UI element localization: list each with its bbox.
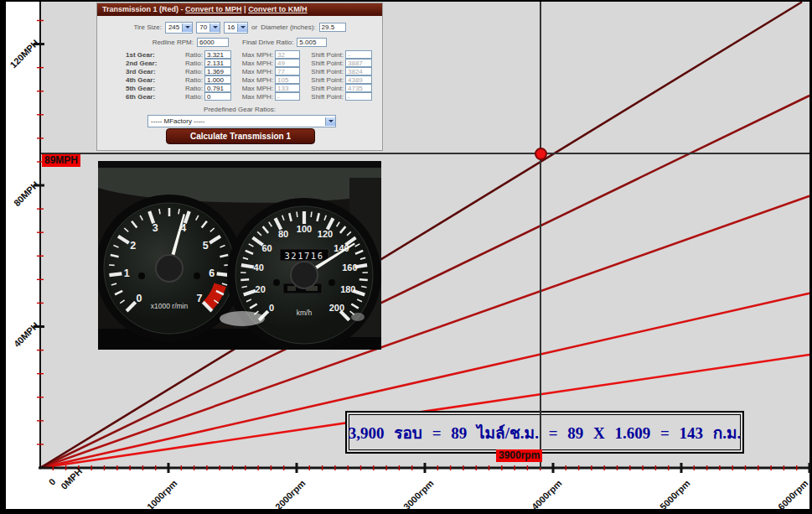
tire-aspect-value: 70 [197,23,209,31]
gear2-shift-input[interactable] [345,59,372,67]
svg-text:3: 3 [153,222,158,234]
odometer-value: 321716 [285,251,324,261]
transmission-form-panel: Transmission 1 (Red) - Convert to MPH | … [96,3,383,151]
gear-row-4: 4th Gear: Ratio: Max MPH: Shift Point: [106,75,375,84]
tire-size-label: Tire Size: [133,23,162,31]
svg-text:6: 6 [209,267,215,279]
glare-reflection [351,313,365,321]
needle-hub [291,262,318,288]
gear-row-1: 1st Gear: Ratio: Max MPH: Shift Point: [106,50,375,59]
gear6-ratio-input[interactable] [204,92,231,101]
gear3-shift-input[interactable] [345,67,372,75]
panel-title: Transmission 1 (Red) [102,5,178,13]
svg-text:120: 120 [318,229,333,239]
gear6-shift-input[interactable] [345,92,372,101]
gear1-shift-input[interactable] [345,50,372,59]
tachometer: 01234567x1000 r/min [100,199,239,338]
svg-text:80: 80 [278,229,288,239]
svg-text:2: 2 [130,240,136,252]
gear2-maxmph-input[interactable] [275,59,300,67]
gear1-maxmph-input[interactable] [275,50,300,59]
svg-text:0: 0 [269,303,274,313]
shift-label: Shift Point: [305,60,344,67]
final-drive-input[interactable] [297,38,327,47]
gear5-ratio-input[interactable] [204,84,231,92]
maxmph-label: Max MPH: [236,76,273,84]
svg-text:1: 1 [124,267,130,279]
ratio-label: Ratio: [181,76,203,84]
gear-row-5: 5th Gear: Ratio: Max MPH: Shift Point: [106,84,375,92]
svg-text:200: 200 [329,303,344,313]
annotation-text: 3,900 รอบ = 89 ไมล์/ช.ม. = 89 X 1.609 = … [349,420,742,445]
speedometer: 020406080100120140160180200321716km/h [231,202,377,348]
svg-text:5: 5 [203,240,209,252]
final-drive-label: Final Drive Ratio: [242,39,293,46]
panel-header: Transmission 1 (Red) - Convert to MPH | … [97,3,382,16]
crosshair-horizontal-line [41,153,809,154]
diameter-label: Diameter (inches): [261,23,315,31]
gear5-maxmph-input[interactable] [275,84,300,92]
predefined-gear-ratios-select[interactable]: ----- MFactory ----- [147,115,334,126]
ratio-label: Ratio: [181,68,203,75]
tire-rim-select[interactable]: 16 [224,22,248,34]
annotation-box: 3,900 รอบ = 89 ไมล์/ช.ม. = 89 X 1.609 = … [345,411,744,454]
gear6-maxmph-input[interactable] [275,92,300,101]
chevron-down-icon [325,117,335,126]
calculate-transmission-button[interactable]: Calculate Transmission 1 [166,128,315,144]
crosshair-vertical-line [540,2,541,468]
gear4-shift-input[interactable] [345,75,372,84]
redline-label: Redline RPM: [153,39,194,46]
crosshair-marker-dot [535,148,547,160]
ratio-label: Ratio: [181,85,203,92]
gear5-shift-input[interactable] [345,84,372,92]
maxmph-label: Max MPH: [236,51,273,59]
convert-to-mph-link[interactable]: Convert to MPH [185,5,242,13]
gear-label: 4th Gear: [126,76,181,84]
maxmph-label: Max MPH: [236,85,273,92]
svg-text:100: 100 [297,224,312,234]
header-separator: | [244,5,246,13]
maxmph-label: Max MPH: [236,68,273,75]
diameter-input[interactable] [319,23,346,32]
gear2-ratio-input[interactable] [204,59,231,67]
gear3-maxmph-input[interactable] [275,67,300,75]
gear-label: 5th Gear: [126,85,181,92]
svg-text:20: 20 [256,284,266,294]
gear-row-6: 6th Gear: Ratio: Max MPH: Shift Point: [106,92,375,101]
dashboard-photo: 01234567x1000 r/min020406080100120140160… [98,161,381,350]
rpm-badge: 3900rpm [496,449,542,462]
predefined-selected-value: ----- MFactory ----- [148,117,207,125]
gear3-ratio-input[interactable] [204,67,231,75]
gear4-ratio-input[interactable] [204,75,231,84]
shift-label: Shift Point: [305,85,344,92]
gear-label: 2nd Gear: [126,60,181,67]
ratio-label: Ratio: [181,93,203,101]
maxmph-label: Max MPH: [236,60,273,67]
ratio-label: Ratio: [181,60,203,67]
shift-label: Shift Point: [305,51,344,59]
gear-label: 1st Gear: [126,51,181,59]
shift-label: Shift Point: [305,68,344,75]
gauge-unit-label: x1000 r/min [151,302,189,310]
tire-width-select[interactable]: 245 [165,22,193,34]
chevron-down-icon [237,23,247,32]
tire-size-row: Tire Size: 245 70 16 or Diameter (inches… [97,22,382,33]
svg-text:60: 60 [261,243,272,253]
or-label: or [251,23,257,31]
gear-label: 3rd Gear: [126,68,181,75]
gear-row-3: 3rd Gear: Ratio: Max MPH: Shift Point: [106,67,375,75]
redline-input[interactable] [197,38,229,47]
predefined-label-row: Predefined Gear Ratios: [97,105,382,113]
svg-text:40: 40 [254,262,264,273]
gear1-ratio-input[interactable] [204,50,231,59]
tire-aspect-select[interactable]: 70 [196,22,220,34]
redline-row: Redline RPM: Final Drive Ratio: [97,37,382,48]
chevron-down-icon [209,23,220,32]
svg-text:7: 7 [197,293,203,304]
gear4-maxmph-input[interactable] [275,75,300,84]
tire-rim-value: 16 [225,23,237,31]
svg-text:160: 160 [342,262,357,273]
convert-to-kmh-link[interactable]: Convert to KM/H [248,5,308,13]
glare-reflection [220,311,265,326]
shift-label: Shift Point: [305,76,344,84]
